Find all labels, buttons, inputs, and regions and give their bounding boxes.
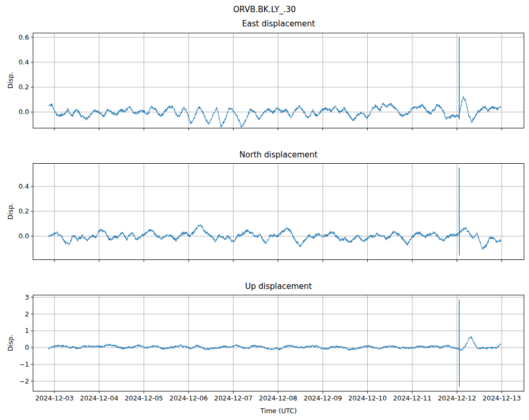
y-tick-label: 3 — [25, 293, 29, 301]
y-tick-label: 1 — [25, 326, 29, 334]
y-tick-label: 0.4 — [18, 182, 29, 190]
y-tick-label: 0.0 — [18, 232, 29, 240]
y-tick-label: 0.0 — [18, 108, 29, 116]
y-tick-label: 0.2 — [18, 83, 29, 91]
x-tick-label: 2024-12-10 — [348, 394, 387, 402]
plot-area-up: −2−101232024-12-032024-12-042024-12-0520… — [33, 295, 524, 391]
x-tick-label: 2024-12-06 — [170, 394, 208, 402]
data-series-line — [49, 168, 501, 256]
subplot-title-up: Up displacement — [33, 282, 524, 291]
y-tick-label: 0.2 — [18, 207, 29, 215]
x-tick-label: 2024-12-03 — [35, 394, 74, 402]
x-tick-label: 2024-12-08 — [259, 394, 298, 402]
x-tick-labels: 2024-12-032024-12-042024-12-052024-12-06… — [35, 394, 521, 402]
x-tick-label: 2024-12-05 — [125, 394, 163, 402]
plot-area-east: 0.00.20.40.6 — [33, 33, 524, 128]
y-tick-label: 0.6 — [18, 33, 29, 41]
grid-lines — [33, 295, 524, 391]
x-axis-label: Time (UTC) — [33, 407, 524, 415]
x-tick-label: 2024-12-09 — [303, 394, 342, 402]
y-axis-label-east: Disp. — [6, 72, 14, 89]
x-tick-label: 2024-12-13 — [482, 394, 521, 402]
x-tick-label: 2024-12-07 — [214, 394, 253, 402]
plot-area-north: 0.00.20.4 — [33, 163, 524, 260]
grid-lines — [33, 33, 524, 128]
y-axis-label-up: Disp. — [6, 334, 14, 351]
subplot-title-north: North displacement — [33, 151, 524, 160]
y-tick-labels: −2−10123 — [20, 293, 29, 385]
subplot-title-east: East displacement — [33, 20, 524, 29]
y-tick-label: 0 — [25, 343, 29, 351]
x-tick-label: 2024-12-12 — [438, 394, 476, 402]
y-tick-label: 2 — [25, 310, 29, 318]
y-axis-label-north: Disp. — [6, 203, 14, 220]
y-tick-label: −1 — [20, 360, 29, 368]
axis-ticks — [31, 37, 502, 130]
data-series-line — [49, 38, 501, 128]
axis-ticks — [31, 297, 502, 394]
data-series-line — [49, 300, 501, 387]
x-tick-label: 2024-12-04 — [80, 394, 118, 402]
y-tick-label: 0.4 — [18, 58, 29, 66]
figure-canvas: ORVB.BK.LY_.30 East displacement Disp. 0… — [0, 0, 529, 420]
grid-lines — [33, 163, 524, 260]
y-tick-label: −2 — [20, 377, 29, 385]
figure-suptitle: ORVB.BK.LY_.30 — [0, 5, 529, 14]
axes-spines — [33, 33, 524, 128]
y-tick-labels: 0.00.20.4 — [18, 182, 29, 240]
axes-spines — [33, 295, 524, 391]
y-tick-labels: 0.00.20.40.6 — [18, 33, 29, 116]
axis-ticks — [31, 186, 502, 262]
x-tick-label: 2024-12-11 — [393, 394, 432, 402]
